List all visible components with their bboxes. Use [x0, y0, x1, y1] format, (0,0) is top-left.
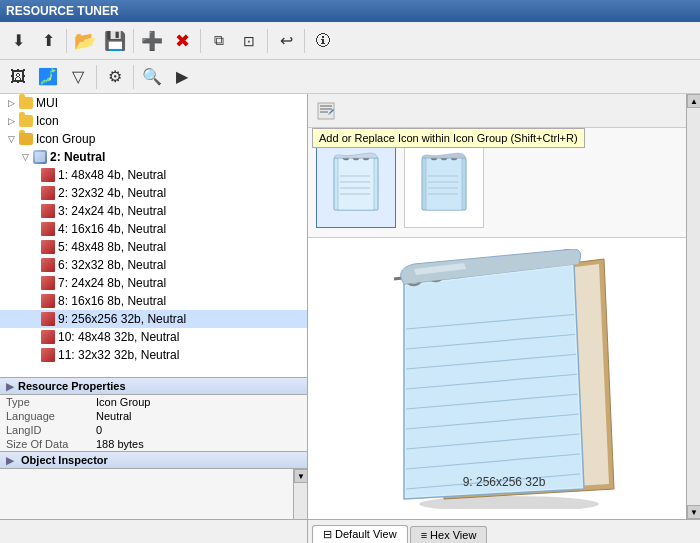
sep3: [200, 29, 201, 53]
filter-button[interactable]: ▽: [64, 63, 92, 91]
paste-button[interactable]: ⊡: [235, 27, 263, 55]
scroll-up-arrow[interactable]: ▲: [687, 94, 700, 108]
notebook-thumb-2: [414, 148, 474, 218]
add-button[interactable]: ➕: [138, 27, 166, 55]
undo-button[interactable]: ↩: [272, 27, 300, 55]
expander-2-neutral[interactable]: ▽: [18, 150, 32, 164]
scroll-down-arrow[interactable]: ▼: [294, 469, 308, 483]
secondary-toolbar: 🖼 🗾 ▽ ⚙ 🔍 ▶: [0, 60, 700, 94]
prop-key-type: Type: [0, 395, 90, 409]
tree-item-mui[interactable]: ▷ MUI: [0, 94, 307, 112]
play-button[interactable]: ▶: [168, 63, 196, 91]
spacer-3: [32, 204, 40, 218]
preview-label: 9: 256x256 32b: [463, 475, 546, 489]
resource-properties: ▶ Resource Properties Type Icon Group La…: [0, 377, 307, 451]
tree-item-6[interactable]: 6: 32x32 8b, Neutral: [0, 256, 307, 274]
expander-mui[interactable]: ▷: [4, 96, 18, 110]
tree-item-2[interactable]: 2: 32x32 4b, Neutral: [0, 184, 307, 202]
add-replace-icon-button[interactable]: [312, 97, 340, 125]
resource-properties-title: ▶ Resource Properties: [0, 378, 307, 395]
prop-row-type: Type Icon Group: [0, 395, 307, 409]
tab-hex-view[interactable]: ≡ Hex View: [410, 526, 488, 543]
tree-label-11: 11: 32x32 32b, Neutral: [58, 348, 179, 362]
tree-label-8: 8: 16x16 8b, Neutral: [58, 294, 166, 308]
prop-row-language: Language Neutral: [0, 409, 307, 423]
item-icon-11: [40, 347, 56, 363]
tree-item-2-neutral[interactable]: ▽ 2: Neutral: [0, 148, 307, 166]
prop-val-langid: 0: [90, 423, 307, 437]
item-icon-9: [40, 311, 56, 327]
tree-item-1[interactable]: 1: 48x48 4b, Neutral: [0, 166, 307, 184]
save-button[interactable]: 💾: [101, 27, 129, 55]
tree-label-10: 10: 48x48 32b, Neutral: [58, 330, 179, 344]
tree-label-5: 5: 48x48 8b, Neutral: [58, 240, 166, 254]
object-inspector: ▶ Object Inspector ▼: [0, 451, 307, 519]
tree-item-4[interactable]: 4: 16x16 4b, Neutral: [0, 220, 307, 238]
expander-icon[interactable]: ▷: [4, 114, 18, 128]
icon-thumb-2[interactable]: [404, 138, 484, 228]
arrow-down-button[interactable]: ⬇: [4, 27, 32, 55]
tree-item-3[interactable]: 3: 24x24 4b, Neutral: [0, 202, 307, 220]
prop-row-langid: LangID 0: [0, 423, 307, 437]
tree-item-icon[interactable]: ▷ Icon: [0, 112, 307, 130]
properties-button[interactable]: ⚙: [101, 63, 129, 91]
expander-icon-group[interactable]: ▽: [4, 132, 18, 146]
import-image-button[interactable]: 🖼: [4, 63, 32, 91]
tree-area: ▷ MUI ▷ Icon: [0, 94, 307, 377]
object-inspector-content: ▼: [0, 469, 307, 519]
svg-rect-16: [426, 158, 462, 210]
bottom-tabs: ⊟ Default View ≡ Hex View: [308, 519, 700, 543]
group-icon-2-neutral: [32, 149, 48, 165]
tab-default-view[interactable]: ⊟ Default View: [312, 525, 408, 543]
search-button[interactable]: 🔍: [138, 63, 166, 91]
item-icon-3: [40, 203, 56, 219]
tree-label-7: 7: 24x24 8b, Neutral: [58, 276, 166, 290]
preview-area: 9: 256x256 32b: [308, 238, 700, 519]
resource-properties-table: Type Icon Group Language Neutral LangID …: [0, 395, 307, 451]
tree-item-11[interactable]: 11: 32x32 32b, Neutral: [0, 346, 307, 364]
tree-item-8[interactable]: 8: 16x16 8b, Neutral: [0, 292, 307, 310]
tree-scroll[interactable]: ▷ MUI ▷ Icon: [0, 94, 307, 377]
sep5: [304, 29, 305, 53]
spacer-7: [32, 276, 40, 290]
tree-item-10[interactable]: 10: 48x48 32b, Neutral: [0, 328, 307, 346]
folder-icon-icon: [18, 113, 34, 129]
scrollbar-track[interactable]: [687, 108, 700, 505]
spacer-6: [32, 258, 40, 272]
delete-button[interactable]: ✖: [168, 27, 196, 55]
image-button[interactable]: 🗾: [34, 63, 62, 91]
tree-label-6: 6: 32x32 8b, Neutral: [58, 258, 166, 272]
open-button[interactable]: 📂: [71, 27, 99, 55]
tree-label-4: 4: 16x16 4b, Neutral: [58, 222, 166, 236]
prop-key-langid: LangID: [0, 423, 90, 437]
prop-key-size: Size Of Data: [0, 437, 90, 451]
copy-button[interactable]: ⧉: [205, 27, 233, 55]
svg-rect-7: [338, 158, 374, 210]
object-inspector-title: ▶ Object Inspector: [0, 452, 307, 469]
scroll-down-arrow-right[interactable]: ▼: [687, 505, 700, 519]
arrow-up-button[interactable]: ⬆: [34, 27, 62, 55]
tree-item-9[interactable]: 9: 256x256 32b, Neutral: [0, 310, 307, 328]
item-icon-5: [40, 239, 56, 255]
right-panel-scrollbar[interactable]: ▲ ▼: [686, 94, 700, 519]
folder-icon-icon-group: [18, 131, 34, 147]
folder-icon-mui: [18, 95, 34, 111]
object-inspector-scrollbar[interactable]: ▼: [293, 469, 307, 519]
tree-item-5[interactable]: 5: 48x48 8b, Neutral: [0, 238, 307, 256]
tree-item-7[interactable]: 7: 24x24 8b, Neutral: [0, 274, 307, 292]
item-icon-10: [40, 329, 56, 345]
spacer-9: [32, 312, 40, 326]
item-icon-7: [40, 275, 56, 291]
item-icon-6: [40, 257, 56, 273]
prop-key-language: Language: [0, 409, 90, 423]
prop-val-language: Neutral: [90, 409, 307, 423]
edit-icon: [316, 101, 336, 121]
item-icon-4: [40, 221, 56, 237]
spacer-10: [32, 330, 40, 344]
icon-thumb-1[interactable]: [316, 138, 396, 228]
prop-val-size: 188 bytes: [90, 437, 307, 451]
tree-item-icon-group[interactable]: ▽ Icon Group: [0, 130, 307, 148]
spacer-2: [32, 186, 40, 200]
right-panel: Add or Replace Icon within Icon Group (S…: [308, 94, 700, 543]
info-button[interactable]: 🛈: [309, 27, 337, 55]
